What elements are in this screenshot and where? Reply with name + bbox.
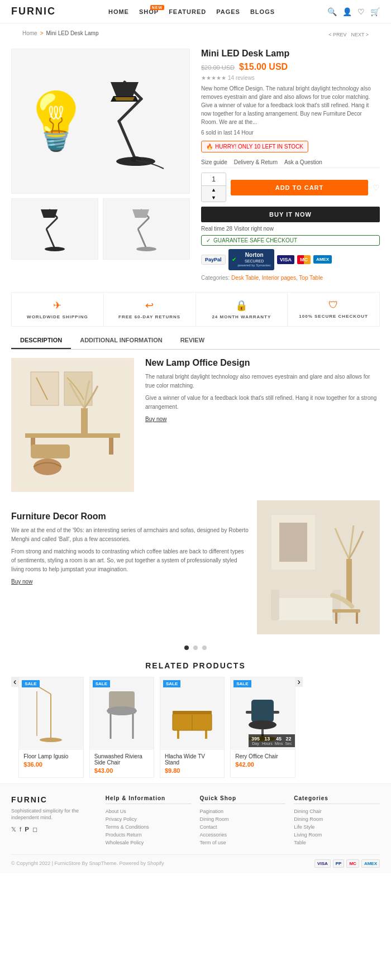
card-name-2: Sunwashed Riviera Side Chair xyxy=(94,753,149,766)
footer-link-wholesale[interactable]: Wholesale Policy xyxy=(106,840,192,845)
footer-link-dining[interactable]: Dining Room xyxy=(200,816,286,822)
dot-3[interactable] xyxy=(202,646,207,650)
next-button[interactable]: NEXT > xyxy=(351,32,369,37)
svg-rect-33 xyxy=(271,590,279,620)
svg-rect-29 xyxy=(279,523,307,562)
carousel-dots xyxy=(0,640,391,656)
svg-rect-51 xyxy=(173,711,212,714)
user-icon[interactable]: 👤 xyxy=(342,7,352,16)
footer-cat-living-room[interactable]: Living Room xyxy=(294,832,380,838)
feature-secure: 🛡 100% SECURE CHECKOUT xyxy=(288,293,379,326)
ask-question-tab[interactable]: Ask a Question xyxy=(284,159,322,165)
quantity-box: 1 ▲ ▼ xyxy=(201,173,226,202)
footer-cat-dining-chair[interactable]: Dining Chair xyxy=(294,809,380,814)
add-to-cart-button[interactable]: ADD TO CART xyxy=(231,180,368,195)
instagram-icon[interactable]: ◻ xyxy=(32,826,37,833)
badge-3: SALE xyxy=(163,680,180,687)
category-desk-table[interactable]: Desk Table xyxy=(231,275,259,281)
carousel-prev-button[interactable]: ‹ xyxy=(11,677,18,687)
breadcrumb: Home > Mini LED Desk Lamp xyxy=(11,26,109,41)
footer-link-about[interactable]: About Us xyxy=(106,809,192,814)
dot-2[interactable] xyxy=(193,646,198,650)
card-name-1: Floor Lamp Igusio xyxy=(23,753,78,759)
product-card-img-2: SALE xyxy=(90,677,154,750)
description-buy-link[interactable]: Buy now xyxy=(145,416,166,422)
footer-link-contact[interactable]: Contact xyxy=(200,824,286,830)
thumb-2[interactable] xyxy=(103,198,190,260)
features-bar: ✈ WORLDWIDE SHIPPING ↩ FREE 60-DAY RETUR… xyxy=(11,292,380,327)
prev-button[interactable]: < PREV xyxy=(328,32,346,37)
footer-help-col: Help & Information About Us Privacy Poli… xyxy=(106,795,192,848)
svg-marker-16 xyxy=(132,209,149,218)
second-buy-link[interactable]: Buy now xyxy=(11,579,32,585)
category-interior[interactable]: Interior pages xyxy=(262,275,296,281)
svg-marker-3 xyxy=(111,82,139,96)
breadcrumb-home[interactable]: Home xyxy=(22,30,37,36)
cart-icon[interactable]: 🛒 xyxy=(370,7,380,16)
svg-rect-56 xyxy=(246,711,252,714)
norton-badge: ✔ Norton SECURED powered by Symantec xyxy=(228,249,274,270)
badge-1: SALE xyxy=(22,680,39,687)
pinterest-icon[interactable]: 𝗣 xyxy=(25,826,29,833)
svg-rect-37 xyxy=(356,613,358,624)
footer-link-terms-use[interactable]: Term of use xyxy=(200,840,286,845)
paypal-icon: PayPal xyxy=(201,255,226,265)
quantity-down-button[interactable]: ▼ xyxy=(202,194,226,202)
heart-icon[interactable]: ♡ xyxy=(357,7,365,16)
footer-link-accessories[interactable]: Accessories xyxy=(200,832,286,838)
svg-rect-19 xyxy=(31,372,59,405)
footer-link-terms[interactable]: Terms & Conditions xyxy=(106,824,192,830)
thumb-1[interactable] xyxy=(11,198,98,260)
product-section: 💡 xyxy=(0,43,391,286)
twitter-icon[interactable]: 𝕏 xyxy=(11,826,16,833)
products-grid: SALE Floor Lamp Igusio $36.00 xyxy=(18,677,295,778)
size-guide-tab[interactable]: Size guide xyxy=(201,159,227,165)
buy-now-button[interactable]: BUY IT NOW xyxy=(201,207,380,222)
warranty-label: 24 MONTH WARRANTY xyxy=(212,314,271,319)
nav-shop[interactable]: SHOP NEW xyxy=(139,8,159,15)
timer-days: 395 Day xyxy=(251,736,260,745)
footer-cat-table[interactable]: Table xyxy=(294,840,380,845)
footer-link-privacy[interactable]: Privacy Policy xyxy=(106,816,192,822)
tab-description[interactable]: DESCRIPTION xyxy=(11,332,71,349)
product-card-info-2: Sunwashed Riviera Side Chair $43.00 xyxy=(90,750,154,777)
footer-bottom: © Copyright 2022 | FurnicStore By SnapTh… xyxy=(11,854,380,868)
svg-point-12 xyxy=(45,247,65,251)
carousel-next-button[interactable]: › xyxy=(295,677,303,687)
svg-marker-5 xyxy=(115,97,135,101)
wishlist-icon[interactable]: ♡ xyxy=(373,183,380,192)
second-block-image xyxy=(257,500,380,634)
timer-mins: 45 Mins xyxy=(275,736,283,745)
second-block-section: Furniture Decor Room We are at the end o… xyxy=(11,500,380,634)
svg-rect-57 xyxy=(273,711,279,714)
footer-logo: FURNIC xyxy=(11,795,97,804)
tab-review[interactable]: REVIEW xyxy=(171,332,213,349)
quantity-up-button[interactable]: ▲ xyxy=(202,186,226,194)
tab-additional-info[interactable]: ADDITIONAL INFORMATION xyxy=(71,332,171,349)
copyright: © Copyright 2022 | FurnicStore By SnapTh… xyxy=(11,861,164,866)
shop-badge: NEW xyxy=(150,5,164,10)
footer-cat-lifestyle[interactable]: Life Style xyxy=(294,824,380,830)
category-top-table[interactable]: Top Table xyxy=(299,275,323,281)
footer-cat-dining-room[interactable]: Dining Room xyxy=(294,816,380,822)
facebook-icon[interactable]: f xyxy=(20,826,21,833)
fire-icon: 🔥 xyxy=(206,144,213,150)
svg-rect-23 xyxy=(109,438,113,455)
nav-pages[interactable]: PAGES xyxy=(216,8,240,15)
card-price-4: $42.00 xyxy=(235,761,290,768)
delivery-tab[interactable]: Delivery & Return xyxy=(234,159,278,165)
price-new: $15.00 USD xyxy=(239,62,288,72)
nav-home[interactable]: HOME xyxy=(108,8,129,15)
footer-link-return[interactable]: Products Return xyxy=(106,832,192,838)
feature-shipping: ✈ WORLDWIDE SHIPPING xyxy=(12,293,104,326)
nav-featured[interactable]: FEATURED xyxy=(169,8,206,15)
dot-1[interactable] xyxy=(184,646,189,650)
returns-icon: ↩ xyxy=(145,299,154,312)
product-thumbnails xyxy=(11,198,190,260)
shipping-icon: ✈ xyxy=(53,299,61,312)
svg-line-9 xyxy=(46,218,58,229)
search-icon[interactable]: 🔍 xyxy=(327,7,337,16)
nav-blogs[interactable]: BLOGS xyxy=(250,8,275,15)
footer-link-pagination[interactable]: Pagination xyxy=(200,809,286,814)
feature-warranty: 🔒 24 MONTH WARRANTY xyxy=(196,293,288,326)
